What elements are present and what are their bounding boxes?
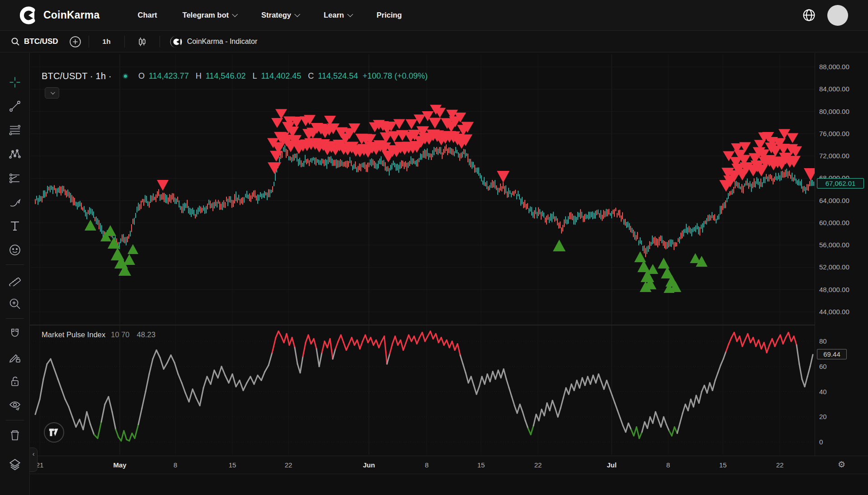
crosshair-icon <box>9 76 21 89</box>
nav-item-learn[interactable]: Learn <box>324 11 351 19</box>
magnet-tool[interactable] <box>0 321 30 345</box>
time-axis[interactable]: ⚙ 21May81522Jun81522Jul81522 <box>30 456 868 474</box>
hide-drawings-tool[interactable] <box>0 393 30 417</box>
price-tick-label: 80,000.00 <box>819 108 849 115</box>
trend-line-tool[interactable] <box>0 94 30 118</box>
zoom-in-tool[interactable] <box>0 292 30 316</box>
chevron-down-icon <box>50 90 55 94</box>
ohlc-values: O114,423.77 H114,546.02 L114,402.45 C114… <box>138 71 358 81</box>
low-label: L <box>252 71 257 81</box>
chart-style-button[interactable] <box>132 36 152 47</box>
mpi-tick-label: 20 <box>819 413 827 420</box>
time-tick-label: Jul <box>607 461 617 469</box>
main-legend[interactable]: BTC/USDT · 1h · O114,423.77 H114,546.02 … <box>42 71 428 81</box>
nav-item-telegram-bot[interactable]: Telegram bot <box>183 11 236 19</box>
globe-icon[interactable] <box>802 9 816 22</box>
indicator-status-dot[interactable] <box>123 73 128 79</box>
time-tick-label: May <box>113 461 126 469</box>
mpi-tick-label: 80 <box>819 337 827 345</box>
eye-icon <box>9 399 21 412</box>
pencil-lock-icon <box>9 351 21 364</box>
open-value: 114,423.77 <box>149 71 189 81</box>
toolbar-separator <box>89 36 89 47</box>
xabcd-pattern-tool[interactable] <box>0 142 30 166</box>
fib-retracement-tool[interactable] <box>0 118 30 142</box>
symbol-label: BTC/USD <box>24 37 58 46</box>
price-tick-label: 52,000.00 <box>819 263 849 271</box>
collapse-rail-button[interactable]: ‹ <box>30 448 38 472</box>
coinkarma-indicator-icon <box>170 36 182 48</box>
brush-icon <box>9 196 21 208</box>
mpi-legend[interactable]: Market Pulse Index 10 70 48.23 <box>42 330 156 339</box>
lock-open-icon <box>9 375 21 388</box>
price-tick-label: 60,000.00 <box>819 219 849 226</box>
time-tick-label: 8 <box>666 461 670 469</box>
drawing-toolbar <box>0 53 30 495</box>
toolbar-separator <box>160 36 160 47</box>
remove-drawings-tool[interactable] <box>0 423 30 447</box>
lock-all-tool[interactable] <box>0 369 30 393</box>
search-icon <box>11 37 20 46</box>
chevron-down-icon <box>232 11 238 17</box>
price-tick-label: 64,000.00 <box>819 197 849 204</box>
nav-item-strategy[interactable]: Strategy <box>261 11 298 19</box>
chevron-down-icon <box>347 11 353 17</box>
buy-signal-markers <box>85 220 708 293</box>
rail-separator <box>6 318 24 319</box>
measure-tool[interactable] <box>0 268 30 292</box>
crosshair-tool[interactable] <box>0 70 30 94</box>
price-tick-label: 84,000.00 <box>819 85 849 93</box>
top-navbar: CoinKarma Chart Telegram bot Strategy Le… <box>0 0 868 31</box>
price-tick-label: 44,000.00 <box>819 308 849 316</box>
price-axis[interactable]: 67,062.01 69.44 88,000.0084,000.0080,000… <box>815 53 868 456</box>
time-tick-label: 15 <box>719 461 727 469</box>
symbol-search-button[interactable]: BTC/USD <box>6 37 63 46</box>
price-change: +100.78 (+0.09%) <box>363 71 428 81</box>
brand[interactable]: CoinKarma <box>19 6 100 24</box>
close-label: C <box>308 71 314 81</box>
high-value: 114,546.02 <box>206 71 246 81</box>
emoji-icon <box>9 244 21 256</box>
brush-tool[interactable] <box>0 190 30 214</box>
projection-icon <box>9 172 21 184</box>
trash-icon <box>9 429 21 442</box>
brand-name: CoinKarma <box>43 9 100 21</box>
mpi-tick-label: 0 <box>819 438 823 446</box>
grid <box>31 54 815 455</box>
nav-item-pricing[interactable]: Pricing <box>377 11 402 19</box>
nav-right <box>802 5 848 26</box>
compare-plus-icon <box>69 36 81 48</box>
nav-item-chart[interactable]: Chart <box>138 11 157 19</box>
axis-settings-gear-icon[interactable]: ⚙ <box>838 459 845 470</box>
time-tick-label: 15 <box>477 461 485 469</box>
time-tick-label: 22 <box>534 461 542 469</box>
current-price-badge: 67,062.01 <box>817 178 864 189</box>
emoji-tool[interactable] <box>0 238 30 262</box>
pane-divider[interactable] <box>30 325 868 325</box>
time-tick-label: 8 <box>174 461 177 469</box>
interval-button[interactable]: 1h <box>96 38 117 46</box>
tradingview-logo[interactable] <box>44 422 64 443</box>
symbol-toolbar: BTC/USD 1h CoinKarma - Indicato <box>0 31 868 52</box>
layers-icon <box>8 458 22 471</box>
fib-retracement-icon <box>9 124 21 137</box>
low-value: 114,402.45 <box>261 71 301 81</box>
time-tick-label: 22 <box>285 461 292 469</box>
projection-tool[interactable] <box>0 166 30 190</box>
mpi-value-badge: 69.44 <box>817 349 847 359</box>
price-tick-label: 88,000.00 <box>819 63 849 71</box>
xabcd-pattern-icon <box>9 148 21 160</box>
time-tick-label: 8 <box>425 461 429 469</box>
drawing-edit-lock-tool[interactable] <box>0 345 30 369</box>
mpi-value: 48.23 <box>137 330 156 339</box>
text-tool[interactable] <box>0 214 30 238</box>
legend-dropdown-button[interactable] <box>45 87 59 99</box>
high-label: H <box>196 71 202 81</box>
object-tree-tool[interactable] <box>0 453 30 476</box>
compare-add-button[interactable] <box>69 36 81 48</box>
indicator-button[interactable]: CoinKarma - Indicator <box>167 36 260 48</box>
rail-separator <box>6 420 24 420</box>
time-tick-label: 15 <box>229 461 236 469</box>
rail-separator <box>6 264 24 265</box>
avatar[interactable] <box>827 5 848 26</box>
